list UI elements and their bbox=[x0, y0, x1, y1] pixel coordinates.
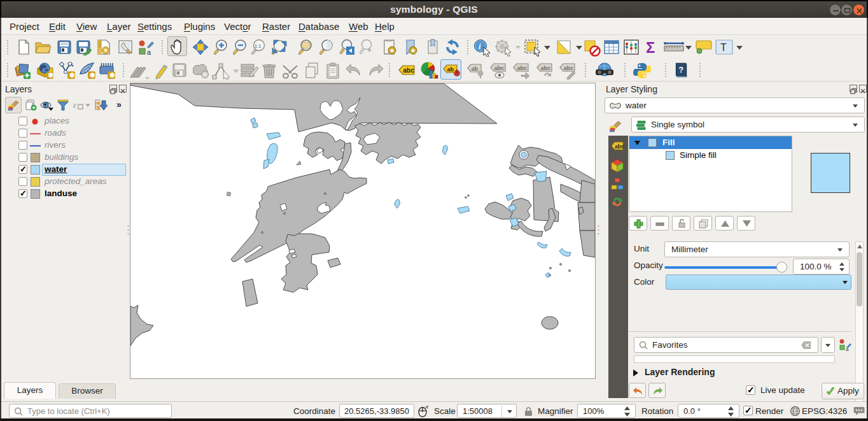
svg-text:a: a bbox=[846, 346, 849, 351]
svg-text:ε: ε bbox=[73, 100, 77, 110]
svg-text:✱: ✱ bbox=[90, 71, 95, 79]
svg-text:T: T bbox=[720, 42, 727, 53]
svg-text:a: a bbox=[147, 48, 151, 55]
svg-text:✱: ✱ bbox=[109, 71, 115, 79]
svg-text:abc: abc bbox=[494, 65, 505, 71]
svg-text:abc: abc bbox=[541, 65, 551, 71]
svg-text:Σ: Σ bbox=[646, 39, 655, 55]
svg-text:1:1: 1:1 bbox=[255, 43, 261, 49]
svg-text:abc: abc bbox=[517, 65, 528, 71]
svg-text:abc: abc bbox=[564, 65, 574, 71]
svg-text:abc: abc bbox=[403, 67, 415, 74]
svg-text:✱: ✱ bbox=[69, 71, 75, 79]
svg-text:i: i bbox=[479, 41, 481, 51]
svg-text:?: ? bbox=[678, 65, 683, 75]
svg-text:✱: ✱ bbox=[48, 71, 53, 79]
svg-text:ab: ab bbox=[472, 66, 479, 72]
svg-text:ab: ab bbox=[447, 66, 454, 73]
svg-text:abc: abc bbox=[615, 143, 624, 150]
